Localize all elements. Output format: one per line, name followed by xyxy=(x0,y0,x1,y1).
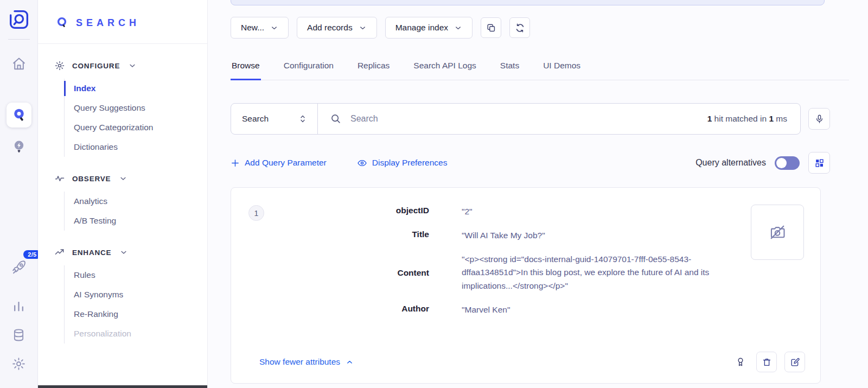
hits-summary: 1 hit matched in 1 ms xyxy=(707,114,788,124)
trend-up-icon xyxy=(54,247,65,258)
index-toolbar: New... Add records Manage index xyxy=(231,17,530,39)
sidebar-item-personalization[interactable]: Personalization xyxy=(74,324,207,344)
plus-icon xyxy=(231,158,240,168)
tab-replicas[interactable]: Replicas xyxy=(356,56,391,80)
recommend-icon[interactable] xyxy=(9,136,29,157)
sidebar-section-observe[interactable]: OBSERVE xyxy=(54,173,207,184)
sort-chevrons-icon xyxy=(298,114,308,124)
search-input[interactable] xyxy=(350,114,699,124)
manage-index-button[interactable]: Manage index xyxy=(385,17,473,39)
attribute-value: "Will AI Take My Job?" xyxy=(462,229,717,243)
edit-icon[interactable] xyxy=(784,352,805,372)
delete-icon[interactable] xyxy=(756,352,777,372)
new-button[interactable]: New... xyxy=(231,17,289,39)
section-label: ENHANCE xyxy=(72,249,111,257)
chevron-down-icon xyxy=(128,61,137,70)
settings-gear-icon[interactable] xyxy=(9,353,29,374)
hits-count: 1 xyxy=(707,114,712,123)
database-icon[interactable] xyxy=(9,325,29,345)
search-product-small-icon xyxy=(55,16,68,29)
search-sidebar: SEARCH CONFIGURE Index Query Suggestions… xyxy=(38,0,208,388)
sidebar-header: SEARCH xyxy=(38,0,207,29)
rail-divider xyxy=(8,39,30,40)
attribute-name: Author xyxy=(231,303,429,317)
hits-time: 1 xyxy=(769,114,774,123)
sidebar-item-ab-testing[interactable]: A/B Testing xyxy=(74,211,207,231)
add-query-parameter-link[interactable]: Add Query Parameter xyxy=(231,158,327,168)
refresh-icon[interactable] xyxy=(509,17,530,38)
tab-search-api-logs[interactable]: Search API Logs xyxy=(412,56,477,80)
chevron-down-icon xyxy=(359,24,367,32)
tab-browse[interactable]: Browse xyxy=(231,56,261,80)
gear-icon xyxy=(54,60,65,71)
record-card: 1 objectID "2" Title "Will AI Take My Jo… xyxy=(231,187,821,384)
algolia-logo-icon[interactable] xyxy=(8,9,30,30)
attribute-name: Title xyxy=(231,229,429,243)
grid-view-icon[interactable] xyxy=(808,152,830,174)
record-attributes: objectID "2" Title "Will AI Take My Job?… xyxy=(231,205,717,317)
chevron-down-icon xyxy=(454,24,462,32)
rail-bottom-group: 2/5 xyxy=(9,257,29,374)
show-fewer-attributes-link[interactable]: Show fewer attributes xyxy=(259,357,354,367)
product-title: SEARCH xyxy=(76,17,140,29)
rocket-icon[interactable] xyxy=(9,257,29,278)
sidebar-item-ai-synonyms[interactable]: AI Synonyms xyxy=(74,285,207,304)
search-scope-label: Search xyxy=(242,114,269,124)
chevron-up-icon xyxy=(346,358,354,366)
add-query-parameter-label: Add Query Parameter xyxy=(245,158,327,168)
sidebar-item-rules[interactable]: Rules xyxy=(74,265,207,285)
sidebar-item-re-ranking[interactable]: Re-Ranking xyxy=(74,304,207,324)
sidebar-item-index[interactable]: Index xyxy=(74,79,207,98)
app-rail: 2/5 xyxy=(0,0,38,388)
sidebar-bottom-strip xyxy=(38,385,207,388)
attribute-value: "<p><strong id="docs-internal-guid-14079… xyxy=(462,253,717,293)
hits-unit: ms xyxy=(776,114,787,123)
tab-configuration[interactable]: Configuration xyxy=(283,56,335,80)
pulse-icon xyxy=(54,173,65,184)
sidebar-item-query-categorization[interactable]: Query Categorization xyxy=(74,118,207,137)
search-bar: Search 1 hit matched in 1 ms xyxy=(231,103,801,135)
add-records-label: Add records xyxy=(307,23,353,33)
index-header-bar xyxy=(231,0,825,5)
ribbon-icon[interactable] xyxy=(732,352,749,372)
microphone-icon[interactable] xyxy=(808,108,830,130)
manage-index-label: Manage index xyxy=(395,23,448,33)
hits-text: hit matched in xyxy=(714,114,767,123)
camera-off-icon xyxy=(768,223,787,241)
sidebar-section-enhance[interactable]: ENHANCE xyxy=(54,247,207,258)
record-card-footer: Show fewer attributes xyxy=(259,352,805,372)
search-row: Search 1 hit matched in 1 ms xyxy=(231,103,830,135)
query-parameter-row: Add Query Parameter Display Preferences … xyxy=(231,152,830,174)
attribute-name: objectID xyxy=(231,205,429,219)
index-tabs: Browse Configuration Replicas Search API… xyxy=(231,56,849,80)
attribute-value: "Marvel Ken" xyxy=(462,303,717,317)
search-icon xyxy=(330,113,342,125)
tab-stats[interactable]: Stats xyxy=(499,56,520,80)
record-image-placeholder xyxy=(751,205,804,260)
sidebar-item-dictionaries[interactable]: Dictionaries xyxy=(74,137,207,157)
home-icon[interactable] xyxy=(9,54,29,74)
eye-icon xyxy=(357,158,367,168)
sidebar-item-analytics[interactable]: Analytics xyxy=(74,192,207,211)
chevron-down-icon xyxy=(119,174,127,183)
attribute-name: Content xyxy=(231,268,429,278)
section-label: OBSERVE xyxy=(72,175,111,183)
attribute-value: "2" xyxy=(462,205,717,219)
add-records-button[interactable]: Add records xyxy=(297,17,377,39)
chevron-down-icon xyxy=(270,24,278,32)
new-button-label: New... xyxy=(241,23,264,33)
sidebar-item-query-suggestions[interactable]: Query Suggestions xyxy=(74,98,207,118)
copy-icon[interactable] xyxy=(481,17,501,38)
display-preferences-link[interactable]: Display Preferences xyxy=(357,158,448,168)
search-product-icon[interactable] xyxy=(7,103,31,128)
sidebar-divider xyxy=(38,43,207,44)
main-content: New... Add records Manage index xyxy=(208,0,868,388)
sidebar-section-configure[interactable]: CONFIGURE xyxy=(54,60,207,71)
show-fewer-label: Show fewer attributes xyxy=(259,357,340,367)
bar-chart-icon[interactable] xyxy=(9,296,29,316)
chevron-down-icon xyxy=(119,248,128,257)
tab-ui-demos[interactable]: UI Demos xyxy=(542,56,582,80)
display-preferences-label: Display Preferences xyxy=(372,158,448,168)
search-scope-select[interactable]: Search xyxy=(231,104,318,134)
query-alternatives-toggle[interactable] xyxy=(775,156,800,170)
